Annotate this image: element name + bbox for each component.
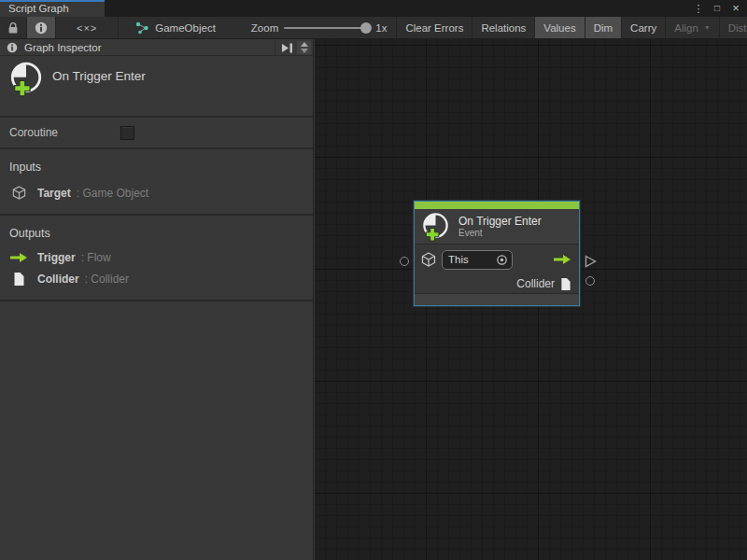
code-icon: <×> xyxy=(77,22,97,34)
zoom-value: 1x xyxy=(375,22,387,34)
node-body: This Collider xyxy=(415,244,579,293)
relations-label: Relations xyxy=(481,22,526,34)
event-unit-icon xyxy=(420,211,451,242)
port-type: : Game Object xyxy=(77,187,148,200)
node-input-port-target[interactable] xyxy=(400,257,409,266)
dock-panel-icon[interactable] xyxy=(280,42,294,54)
clear-errors-label: Clear Errors xyxy=(405,22,463,34)
relations-button[interactable]: Relations xyxy=(472,17,535,38)
node-title: On Trigger Enter xyxy=(458,215,542,228)
carry-label: Carry xyxy=(630,22,656,34)
graph-inspector-title: Graph Inspector xyxy=(24,42,101,53)
output-row-trigger: Trigger : Flow xyxy=(0,247,313,268)
inputs-header: Inputs xyxy=(0,155,313,181)
align-label: Align xyxy=(674,22,698,34)
zoom-control: Zoom 1x xyxy=(225,17,397,38)
unit-title: On Trigger Enter xyxy=(52,60,146,83)
align-button[interactable]: Align ▼ xyxy=(666,17,720,38)
code-view-button[interactable]: <×> xyxy=(56,17,119,38)
lock-button[interactable] xyxy=(0,17,27,38)
graph-canvas[interactable]: On Trigger Enter Event This xyxy=(315,39,747,560)
unit-title-block: On Trigger Enter xyxy=(0,56,313,118)
chevron-down-icon: ▼ xyxy=(704,24,711,31)
distribute-label: Distribute xyxy=(728,22,747,34)
graph-target-label: GameObject xyxy=(155,22,216,34)
cube-icon xyxy=(420,251,437,268)
input-row-target: Target : Game Object xyxy=(0,181,313,204)
outputs-section: Outputs Trigger : Flow Collider : Collid… xyxy=(0,216,313,301)
carry-button[interactable]: Carry xyxy=(622,17,666,38)
cube-icon xyxy=(11,185,27,201)
window-menu-icon[interactable]: ⋮ xyxy=(691,1,706,16)
port-type: : Flow xyxy=(81,251,111,264)
graph-target-indicator[interactable]: GameObject xyxy=(119,17,225,38)
port-name: Target xyxy=(37,187,71,200)
maximize-icon[interactable]: □ xyxy=(710,1,725,16)
flow-arrow-icon xyxy=(553,254,571,265)
node-output-port-trigger[interactable] xyxy=(585,255,597,268)
zoom-slider[interactable] xyxy=(284,27,370,29)
document-icon xyxy=(13,272,25,287)
distribute-button[interactable]: Distribute ▼ xyxy=(720,17,747,38)
coroutine-checkbox[interactable] xyxy=(120,126,134,140)
event-unit-icon xyxy=(7,60,45,97)
dim-button[interactable]: Dim xyxy=(585,17,622,38)
divider xyxy=(275,40,275,55)
clear-errors-button[interactable]: Clear Errors xyxy=(396,17,472,38)
coroutine-row: Coroutine xyxy=(0,118,313,149)
graph-inspector-panel: Graph Inspector On Trigger Enter Corouti… xyxy=(0,39,314,560)
port-name: Trigger xyxy=(37,251,76,264)
object-picker-icon[interactable] xyxy=(496,254,508,266)
graph-inspector-header: Graph Inspector xyxy=(0,39,313,56)
dim-label: Dim xyxy=(594,22,613,34)
inputs-section: Inputs Target : Game Object xyxy=(0,149,313,216)
target-dropdown-value: This xyxy=(448,254,492,265)
document-icon xyxy=(560,277,571,291)
node-color-strip xyxy=(415,202,579,209)
tab-script-graph[interactable]: Script Graph xyxy=(0,0,105,17)
node-footer xyxy=(415,293,579,305)
arrow-down-icon[interactable] xyxy=(301,49,308,53)
outputs-header: Outputs xyxy=(0,221,313,247)
window-controls: ⋮ □ × xyxy=(691,0,743,17)
lock-icon xyxy=(7,21,19,35)
close-icon[interactable]: × xyxy=(728,1,743,16)
target-dropdown[interactable]: This xyxy=(442,250,513,270)
node-subtitle: Event xyxy=(458,228,542,239)
coroutine-label: Coroutine xyxy=(9,126,120,139)
node-collider-row: Collider xyxy=(415,274,579,293)
arrow-up-icon[interactable] xyxy=(301,42,308,47)
panel-scroll-spinner xyxy=(297,41,311,54)
flow-arrow-icon xyxy=(9,252,28,263)
inspector-toggle-button[interactable] xyxy=(27,17,56,38)
graph-icon xyxy=(135,21,149,35)
zoom-slider-thumb[interactable] xyxy=(360,22,372,34)
values-label: Values xyxy=(543,22,575,34)
tab-label: Script Graph xyxy=(8,3,69,14)
window-tab-bar: Script Graph ⋮ □ × xyxy=(0,0,747,17)
node-output-port-collider[interactable] xyxy=(585,276,595,286)
info-icon xyxy=(35,21,48,35)
port-type: : Collider xyxy=(85,273,129,286)
collider-port-label: Collider xyxy=(516,277,555,290)
port-name: Collider xyxy=(37,273,79,286)
on-trigger-enter-node[interactable]: On Trigger Enter Event This xyxy=(414,201,580,306)
values-button[interactable]: Values xyxy=(535,17,585,38)
node-target-row: This xyxy=(415,245,579,274)
node-header[interactable]: On Trigger Enter Event xyxy=(415,209,579,244)
graph-toolbar: <×> GameObject Zoom 1x Clear Errors Rela… xyxy=(0,17,747,39)
zoom-label: Zoom xyxy=(251,22,278,34)
output-row-collider: Collider : Collider xyxy=(0,268,313,290)
info-icon xyxy=(7,42,18,53)
